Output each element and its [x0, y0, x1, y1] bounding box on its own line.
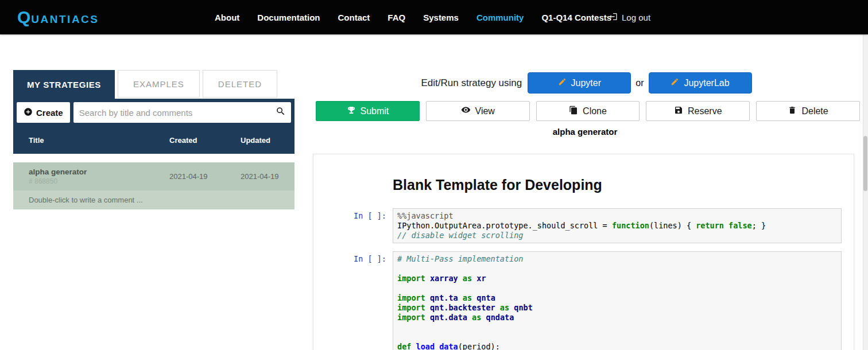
column-updated: Updated: [241, 136, 294, 145]
pencil-icon: [558, 77, 567, 88]
edit-run-label: Edit/Run strategy using: [421, 77, 522, 89]
strategy-title-cell: alpha generator # 868850: [29, 168, 169, 185]
logout-icon: [609, 12, 618, 23]
strategy-title: alpha generator: [29, 168, 169, 176]
logo-letter-q: Q: [17, 7, 31, 27]
nav-contact[interactable]: Contact: [338, 13, 370, 22]
pencil-icon: [671, 77, 679, 88]
nav-contests[interactable]: Q1-Q14 Contests: [541, 13, 611, 22]
nav-faq[interactable]: FAQ: [388, 13, 405, 22]
notebook-card: Blank Template for Developing In [ ]: %%…: [313, 154, 854, 350]
plus-circle-icon: [24, 107, 33, 118]
column-created: Created: [169, 136, 241, 145]
strategy-action-buttons: Submit View Clone Reserve Delete: [316, 101, 860, 121]
strategies-table-header: Title Created Updated: [13, 126, 294, 154]
code-cell: In [ ]: %%javascriptIPython.OutputArea.p…: [325, 208, 842, 243]
trophy-icon: [347, 106, 356, 117]
strategy-row[interactable]: alpha generator # 868850 2021-04-19 2021…: [13, 162, 294, 190]
page-scrollbar[interactable]: [863, 34, 868, 350]
strategy-updated: 2021-04-19: [241, 172, 294, 181]
view-button[interactable]: View: [426, 101, 530, 121]
delete-button[interactable]: Delete: [756, 101, 860, 121]
code-editor[interactable]: %%javascriptIPython.OutputArea.prototype…: [393, 208, 842, 243]
search-icon[interactable]: [276, 106, 286, 119]
create-button[interactable]: Create: [17, 102, 70, 123]
strategy-id: # 868850: [29, 177, 169, 185]
view-label: View: [475, 106, 495, 116]
jupyterlab-label: JupyterLab: [684, 78, 729, 88]
delete-label: Delete: [801, 106, 828, 116]
submit-button[interactable]: Submit: [316, 101, 420, 121]
tab-deleted[interactable]: DELETED: [203, 70, 277, 98]
jupyter-button[interactable]: Jupyter: [528, 72, 631, 94]
strategy-comment[interactable]: Double-click to write a comment ...: [13, 190, 294, 209]
logout-button[interactable]: Log out: [609, 0, 650, 34]
strategies-tabs: MY STRATEGIES EXAMPLES DELETED: [13, 70, 294, 99]
cell-prompt: In [ ]:: [325, 208, 393, 243]
search-box: [73, 102, 291, 123]
create-label: Create: [36, 108, 63, 118]
quantiacs-logo[interactable]: Q UANTIACS: [17, 7, 99, 27]
clone-button[interactable]: Clone: [536, 101, 640, 121]
nav-community[interactable]: Community: [476, 13, 524, 22]
logo-text: UANTIACS: [31, 13, 99, 26]
jupyterlab-button[interactable]: JupyterLab: [649, 72, 752, 94]
nav-about[interactable]: About: [215, 13, 239, 22]
submit-label: Submit: [361, 106, 389, 116]
logout-label: Log out: [622, 13, 650, 22]
or-label: or: [636, 78, 644, 88]
cell-prompt: In [ ]:: [325, 251, 393, 350]
save-icon: [674, 106, 683, 117]
column-title: Title: [29, 136, 169, 145]
nav-documentation[interactable]: Documentation: [257, 13, 320, 22]
tab-examples[interactable]: EXAMPLES: [118, 70, 200, 98]
nav-systems[interactable]: Systems: [423, 13, 459, 22]
top-navbar: Q UANTIACS About Documentation Contact F…: [0, 0, 868, 34]
clone-icon: [569, 106, 578, 117]
code-editor[interactable]: # Multi-Pass implementation import xarra…: [393, 251, 842, 350]
nav-links: About Documentation Contact FAQ Systems …: [215, 0, 611, 34]
edit-run-bar: Edit/Run strategy using Jupyter or Jupyt…: [313, 72, 860, 94]
search-input[interactable]: [73, 108, 276, 118]
clone-label: Clone: [583, 106, 607, 116]
strategies-toolbar: Create: [13, 99, 294, 126]
eye-icon: [461, 105, 471, 117]
reserve-label: Reserve: [688, 106, 722, 116]
strategy-created: 2021-04-19: [169, 172, 241, 181]
strategies-panel: MY STRATEGIES EXAMPLES DELETED Create Ti…: [13, 70, 294, 209]
code-cell: In [ ]: # Multi-Pass implementation impo…: [325, 251, 842, 350]
scrollbar-thumb[interactable]: [863, 136, 867, 191]
reserve-button[interactable]: Reserve: [646, 101, 750, 121]
selected-strategy-name: alpha generator: [313, 127, 857, 137]
tab-my-strategies[interactable]: MY STRATEGIES: [13, 70, 115, 99]
jupyter-label: Jupyter: [571, 78, 601, 88]
trash-icon: [788, 106, 797, 117]
notebook-title: Blank Template for Developing: [393, 176, 842, 193]
